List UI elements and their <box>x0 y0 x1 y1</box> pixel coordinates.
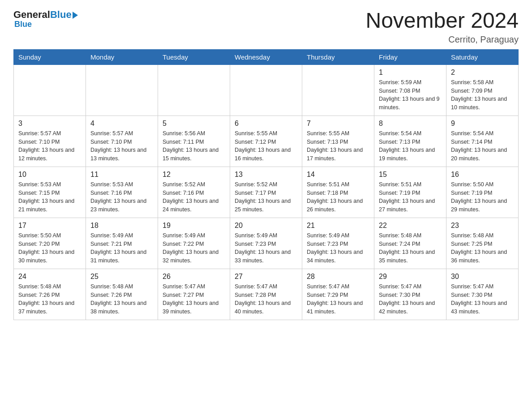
calendar-cell: 18Sunrise: 5:49 AM Sunset: 7:21 PM Dayli… <box>86 218 158 269</box>
calendar-cell: 29Sunrise: 5:47 AM Sunset: 7:30 PM Dayli… <box>374 269 446 320</box>
day-info: Sunrise: 5:49 AM Sunset: 7:23 PM Dayligh… <box>235 231 297 265</box>
column-header-wednesday: Wednesday <box>230 49 302 64</box>
calendar-cell <box>14 64 86 116</box>
calendar-week-row: 1Sunrise: 5:59 AM Sunset: 7:08 PM Daylig… <box>14 64 519 116</box>
day-number: 5 <box>163 120 225 128</box>
calendar-cell: 3Sunrise: 5:57 AM Sunset: 7:10 PM Daylig… <box>14 116 86 167</box>
day-number: 12 <box>163 171 225 179</box>
title-area: November 2024 Cerrito, Paraguay <box>365 9 519 45</box>
day-number: 15 <box>379 171 442 179</box>
calendar-cell: 2Sunrise: 5:58 AM Sunset: 7:09 PM Daylig… <box>446 64 519 116</box>
day-info: Sunrise: 5:57 AM Sunset: 7:10 PM Dayligh… <box>90 129 153 163</box>
page-header: GeneralBlue Blue November 2024 Cerrito, … <box>13 9 519 45</box>
day-number: 18 <box>90 222 153 230</box>
day-info: Sunrise: 5:56 AM Sunset: 7:11 PM Dayligh… <box>163 129 225 163</box>
calendar-cell: 25Sunrise: 5:48 AM Sunset: 7:26 PM Dayli… <box>86 269 158 320</box>
day-info: Sunrise: 5:48 AM Sunset: 7:26 PM Dayligh… <box>18 283 81 316</box>
day-info: Sunrise: 5:59 AM Sunset: 7:08 PM Dayligh… <box>379 78 442 112</box>
day-info: Sunrise: 5:47 AM Sunset: 7:30 PM Dayligh… <box>379 283 442 316</box>
calendar-cell: 16Sunrise: 5:50 AM Sunset: 7:19 PM Dayli… <box>446 167 519 218</box>
day-info: Sunrise: 5:54 AM Sunset: 7:14 PM Dayligh… <box>451 129 514 163</box>
calendar-cell: 20Sunrise: 5:49 AM Sunset: 7:23 PM Dayli… <box>230 218 302 269</box>
column-header-friday: Friday <box>374 49 446 64</box>
day-info: Sunrise: 5:47 AM Sunset: 7:28 PM Dayligh… <box>235 283 297 316</box>
calendar-header-row: SundayMondayTuesdayWednesdayThursdayFrid… <box>14 49 519 64</box>
calendar-cell <box>158 64 230 116</box>
logo-arrow-icon <box>73 12 78 19</box>
day-info: Sunrise: 5:47 AM Sunset: 7:27 PM Dayligh… <box>163 283 225 316</box>
column-header-thursday: Thursday <box>302 49 374 64</box>
logo-blue: Blue <box>50 9 72 21</box>
calendar-cell: 12Sunrise: 5:52 AM Sunset: 7:16 PM Dayli… <box>158 167 230 218</box>
calendar-cell: 11Sunrise: 5:53 AM Sunset: 7:16 PM Dayli… <box>86 167 158 218</box>
day-info: Sunrise: 5:53 AM Sunset: 7:16 PM Dayligh… <box>90 180 153 214</box>
calendar-cell: 14Sunrise: 5:51 AM Sunset: 7:18 PM Dayli… <box>302 167 374 218</box>
day-info: Sunrise: 5:49 AM Sunset: 7:21 PM Dayligh… <box>90 231 153 265</box>
day-info: Sunrise: 5:54 AM Sunset: 7:13 PM Dayligh… <box>379 129 442 163</box>
calendar-week-row: 10Sunrise: 5:53 AM Sunset: 7:15 PM Dayli… <box>14 167 519 218</box>
day-number: 17 <box>18 222 81 230</box>
day-number: 16 <box>451 171 514 179</box>
column-header-sunday: Sunday <box>14 49 86 64</box>
day-number: 19 <box>163 222 225 230</box>
day-info: Sunrise: 5:50 AM Sunset: 7:19 PM Dayligh… <box>451 180 514 214</box>
calendar-cell <box>302 64 374 116</box>
calendar-cell <box>230 64 302 116</box>
day-info: Sunrise: 5:47 AM Sunset: 7:29 PM Dayligh… <box>307 283 369 316</box>
day-number: 21 <box>307 222 369 230</box>
calendar-cell: 1Sunrise: 5:59 AM Sunset: 7:08 PM Daylig… <box>374 64 446 116</box>
day-info: Sunrise: 5:57 AM Sunset: 7:10 PM Dayligh… <box>18 129 81 163</box>
calendar-cell: 7Sunrise: 5:55 AM Sunset: 7:13 PM Daylig… <box>302 116 374 167</box>
calendar-cell: 17Sunrise: 5:50 AM Sunset: 7:20 PM Dayli… <box>14 218 86 269</box>
calendar-cell: 4Sunrise: 5:57 AM Sunset: 7:10 PM Daylig… <box>86 116 158 167</box>
day-number: 30 <box>451 273 514 281</box>
calendar-table: SundayMondayTuesdayWednesdayThursdayFrid… <box>13 49 519 320</box>
day-number: 11 <box>90 171 153 179</box>
day-info: Sunrise: 5:51 AM Sunset: 7:19 PM Dayligh… <box>379 180 442 214</box>
calendar-cell: 6Sunrise: 5:55 AM Sunset: 7:12 PM Daylig… <box>230 116 302 167</box>
day-info: Sunrise: 5:47 AM Sunset: 7:30 PM Dayligh… <box>451 283 514 316</box>
day-number: 9 <box>451 120 514 128</box>
day-number: 14 <box>307 171 369 179</box>
column-header-saturday: Saturday <box>446 49 519 64</box>
day-info: Sunrise: 5:55 AM Sunset: 7:13 PM Dayligh… <box>307 129 369 163</box>
logo-text: GeneralBlue <box>13 9 78 21</box>
day-info: Sunrise: 5:50 AM Sunset: 7:20 PM Dayligh… <box>18 231 81 265</box>
day-number: 27 <box>235 273 297 281</box>
day-number: 6 <box>235 120 297 128</box>
column-header-tuesday: Tuesday <box>158 49 230 64</box>
calendar-cell: 30Sunrise: 5:47 AM Sunset: 7:30 PM Dayli… <box>446 269 519 320</box>
location-title: Cerrito, Paraguay <box>365 34 519 45</box>
day-number: 23 <box>451 222 514 230</box>
calendar-cell: 27Sunrise: 5:47 AM Sunset: 7:28 PM Dayli… <box>230 269 302 320</box>
calendar-week-row: 24Sunrise: 5:48 AM Sunset: 7:26 PM Dayli… <box>14 269 519 320</box>
day-number: 10 <box>18 171 81 179</box>
day-info: Sunrise: 5:49 AM Sunset: 7:22 PM Dayligh… <box>163 231 225 265</box>
day-number: 13 <box>235 171 297 179</box>
day-number: 3 <box>18 120 81 128</box>
day-info: Sunrise: 5:55 AM Sunset: 7:12 PM Dayligh… <box>235 129 297 163</box>
day-number: 4 <box>90 120 153 128</box>
day-info: Sunrise: 5:58 AM Sunset: 7:09 PM Dayligh… <box>451 78 514 112</box>
calendar-cell: 5Sunrise: 5:56 AM Sunset: 7:11 PM Daylig… <box>158 116 230 167</box>
day-number: 24 <box>18 273 81 281</box>
day-info: Sunrise: 5:52 AM Sunset: 7:17 PM Dayligh… <box>235 180 297 214</box>
day-info: Sunrise: 5:48 AM Sunset: 7:25 PM Dayligh… <box>451 231 514 265</box>
calendar-cell: 15Sunrise: 5:51 AM Sunset: 7:19 PM Dayli… <box>374 167 446 218</box>
day-number: 20 <box>235 222 297 230</box>
calendar-cell: 21Sunrise: 5:49 AM Sunset: 7:23 PM Dayli… <box>302 218 374 269</box>
logo-subtitle: Blue <box>14 20 32 29</box>
calendar-cell: 8Sunrise: 5:54 AM Sunset: 7:13 PM Daylig… <box>374 116 446 167</box>
day-number: 26 <box>163 273 225 281</box>
logo-general: General <box>13 9 50 21</box>
day-info: Sunrise: 5:51 AM Sunset: 7:18 PM Dayligh… <box>307 180 369 214</box>
day-number: 25 <box>90 273 153 281</box>
day-info: Sunrise: 5:49 AM Sunset: 7:23 PM Dayligh… <box>307 231 369 265</box>
calendar-cell: 19Sunrise: 5:49 AM Sunset: 7:22 PM Dayli… <box>158 218 230 269</box>
day-info: Sunrise: 5:48 AM Sunset: 7:24 PM Dayligh… <box>379 231 442 265</box>
calendar-cell: 23Sunrise: 5:48 AM Sunset: 7:25 PM Dayli… <box>446 218 519 269</box>
calendar-cell: 26Sunrise: 5:47 AM Sunset: 7:27 PM Dayli… <box>158 269 230 320</box>
calendar-week-row: 17Sunrise: 5:50 AM Sunset: 7:20 PM Dayli… <box>14 218 519 269</box>
day-number: 29 <box>379 273 442 281</box>
calendar-cell: 13Sunrise: 5:52 AM Sunset: 7:17 PM Dayli… <box>230 167 302 218</box>
